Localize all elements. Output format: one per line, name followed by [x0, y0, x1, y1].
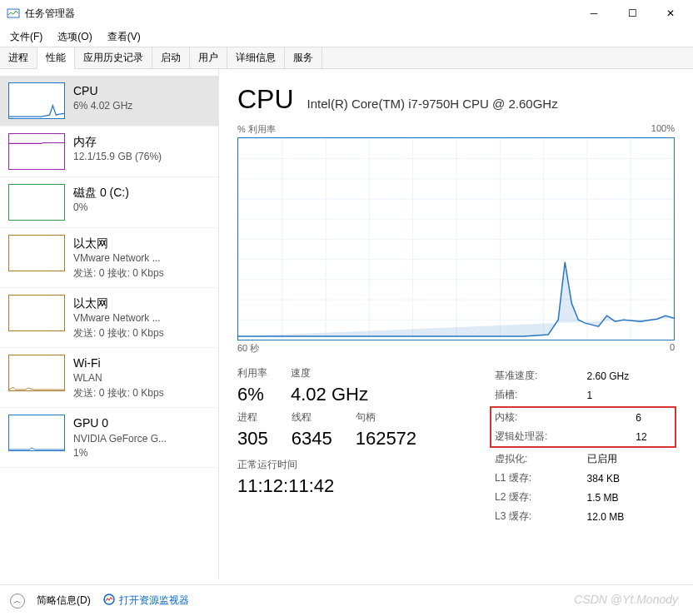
menu-file[interactable]: 文件(F)	[5, 28, 47, 46]
tab-startup[interactable]: 启动	[152, 47, 190, 68]
minimize-button[interactable]: ─	[575, 0, 613, 27]
sidebar-item-label: GPU 0	[73, 415, 167, 431]
menu-options[interactable]: 选项(O)	[52, 28, 97, 46]
ethernet-thumbnail	[8, 235, 65, 271]
cpu-chart	[237, 137, 675, 340]
menu-view[interactable]: 查看(V)	[102, 28, 146, 46]
stat-handles-label: 句柄	[356, 410, 416, 425]
stat-util-label: 利用率	[237, 366, 267, 380]
detail-cores-label: 内核:	[491, 408, 632, 427]
sidebar-item-detail: VMware Network ...	[73, 251, 164, 266]
stat-processes-label: 进程	[237, 410, 268, 425]
sidebar-item-detail: 0%	[73, 201, 129, 215]
chart-x-left: 60 秒	[237, 342, 259, 355]
app-icon	[7, 7, 20, 20]
tab-users[interactable]: 用户	[190, 47, 227, 68]
stat-speed-value: 4.02 GHz	[291, 384, 368, 405]
sidebar-item-gpu[interactable]: GPU 0 NVIDIA GeForce G... 1%	[0, 408, 218, 468]
tab-details[interactable]: 详细信息	[227, 47, 285, 68]
ethernet-thumbnail	[8, 295, 65, 331]
close-button[interactable]: ✕	[651, 0, 690, 27]
stat-threads-value: 6345	[292, 428, 332, 450]
tab-processes[interactable]: 进程	[0, 47, 37, 68]
sidebar-item-label: 内存	[73, 133, 162, 150]
tab-app-history[interactable]: 应用历史记录	[75, 47, 152, 68]
stat-util-value: 6%	[237, 384, 267, 405]
disk-thumbnail	[8, 184, 65, 221]
maximize-button[interactable]: ☐	[613, 0, 651, 27]
detail-virt-value: 已启用	[584, 450, 675, 469]
detail-logical-label: 逻辑处理器:	[491, 427, 632, 446]
sidebar-item-label: 以太网	[73, 295, 164, 311]
detail-sockets-value: 1	[584, 385, 675, 405]
sidebar-item-wifi[interactable]: Wi-Fi WLAN 发送: 0 接收: 0 Kbps	[0, 348, 218, 408]
gpu-thumbnail	[8, 415, 65, 451]
cpu-model: Intel(R) Core(TM) i7-9750H CPU @ 2.60GHz	[307, 97, 558, 111]
sidebar: CPU 6% 4.02 GHz 内存 12.1/15.9 GB (76%) 磁盘…	[0, 69, 219, 579]
detail-l3-label: L3 缓存:	[491, 507, 584, 526]
sidebar-item-label: CPU	[73, 82, 132, 99]
detail-l3-value: 12.0 MB	[584, 507, 675, 526]
sidebar-item-detail: 1%	[73, 446, 167, 460]
sidebar-item-label: 以太网	[73, 235, 164, 251]
detail-virt-label: 虚拟化:	[491, 450, 584, 469]
detail-l1-value: 384 KB	[584, 469, 675, 488]
sidebar-item-disk[interactable]: 磁盘 0 (C:) 0%	[0, 177, 218, 228]
tab-services[interactable]: 服务	[285, 47, 322, 68]
tab-performance[interactable]: 性能	[37, 47, 75, 69]
stat-uptime-value: 11:12:11:42	[237, 475, 466, 497]
detail-cores-value: 6	[632, 408, 675, 427]
sidebar-item-ethernet-1[interactable]: 以太网 VMware Network ... 发送: 0 接收: 0 Kbps	[0, 228, 218, 288]
chart-x-right: 0	[670, 342, 675, 355]
stat-processes-value: 305	[237, 428, 268, 450]
sidebar-item-detail: 发送: 0 接收: 0 Kbps	[73, 326, 164, 340]
main-panel: CPU Intel(R) Core(TM) i7-9750H CPU @ 2.6…	[219, 69, 693, 579]
page-title: CPU	[237, 84, 294, 115]
stat-threads-label: 线程	[292, 410, 332, 425]
detail-l2-value: 1.5 MB	[584, 488, 675, 507]
sidebar-item-detail: WLAN	[73, 371, 164, 385]
stat-speed-label: 速度	[291, 366, 368, 380]
stat-handles-value: 162572	[356, 428, 416, 450]
sidebar-item-detail: 发送: 0 接收: 0 Kbps	[73, 386, 164, 400]
monitor-icon	[102, 593, 116, 609]
detail-basespeed-label: 基准速度:	[491, 366, 584, 385]
sidebar-item-detail: 发送: 0 接收: 0 Kbps	[73, 266, 164, 281]
detail-logical-value: 12	[632, 427, 675, 446]
chart-y-max: 100%	[651, 123, 675, 136]
cpu-thumbnail	[8, 82, 65, 119]
stat-uptime-label: 正常运行时间	[237, 458, 466, 472]
sidebar-item-label: 磁盘 0 (C:)	[73, 184, 129, 201]
sidebar-item-detail: VMware Network ...	[73, 311, 164, 325]
detail-basespeed-value: 2.60 GHz	[584, 366, 675, 385]
sidebar-item-ethernet-2[interactable]: 以太网 VMware Network ... 发送: 0 接收: 0 Kbps	[0, 288, 218, 348]
svg-rect-0	[7, 9, 19, 17]
collapse-icon[interactable]: ︿	[10, 594, 25, 609]
sidebar-item-detail: 6% 4.02 GHz	[73, 99, 132, 113]
detail-l2-label: L2 缓存:	[491, 488, 584, 507]
detail-l1-label: L1 缓存:	[491, 469, 584, 488]
sidebar-item-label: Wi-Fi	[73, 355, 164, 371]
window-title: 任务管理器	[25, 7, 75, 21]
sidebar-item-detail: 12.1/15.9 GB (76%)	[73, 150, 162, 164]
resource-monitor-link[interactable]: 打开资源监视器	[102, 593, 189, 609]
sidebar-item-cpu[interactable]: CPU 6% 4.02 GHz	[0, 76, 218, 127]
detail-sockets-label: 插槽:	[491, 385, 584, 405]
chart-y-label: % 利用率	[237, 123, 276, 136]
highlight-annotation: 内核:6 逻辑处理器:12	[490, 406, 676, 448]
memory-thumbnail	[8, 133, 65, 170]
wifi-thumbnail	[8, 355, 65, 391]
simple-view-link[interactable]: 简略信息(D)	[37, 594, 91, 608]
sidebar-item-detail: NVIDIA GeForce G...	[73, 432, 167, 446]
sidebar-item-memory[interactable]: 内存 12.1/15.9 GB (76%)	[0, 127, 218, 177]
